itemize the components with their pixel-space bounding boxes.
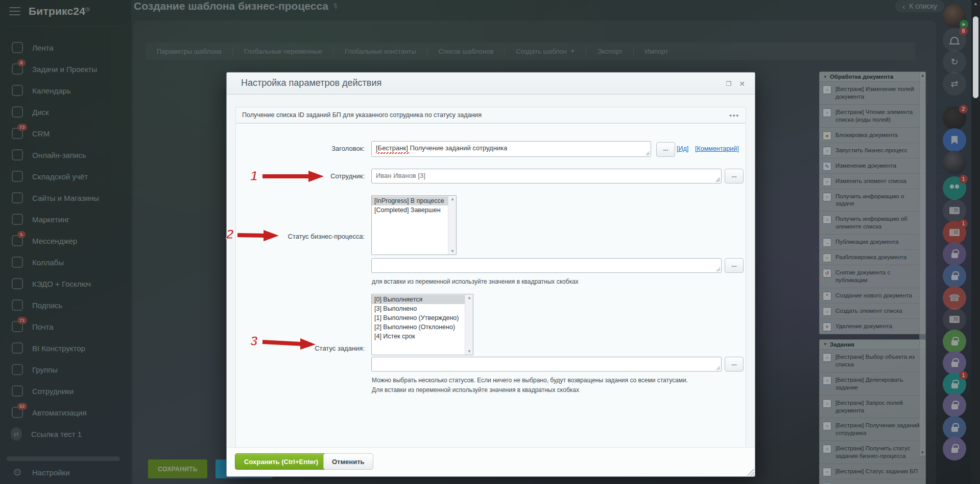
cancel-button[interactable]: Отменить: [323, 453, 373, 470]
task-status-option-4[interactable]: [4] Истек срок: [372, 332, 465, 341]
employee-field-input[interactable]: Иван Иванов [3]: [371, 169, 722, 183]
task-status-hint-2: Для вставки из переменной используйте зн…: [372, 386, 579, 394]
save-button[interactable]: Сохранить (Ctrl+Enter): [235, 453, 327, 470]
close-icon[interactable]: ✕: [737, 79, 747, 88]
page-scrollbar[interactable]: ▲: [971, 0, 980, 484]
bp-status-field-label: Статус бизнес-процесса:: [237, 233, 365, 240]
bp-status-select-scrollbar[interactable]: ▲ ▼: [448, 196, 456, 255]
bp-status-manual-input[interactable]: [371, 258, 722, 273]
task-status-option-3[interactable]: [2] Выполнено (Отклонено): [372, 322, 465, 332]
scrollbar-up-icon[interactable]: ▲: [971, 1, 980, 6]
action-parameters-form: Заголовок: [Бестранк] Получение заданий …: [235, 123, 746, 449]
scrollbar-thumb[interactable]: [973, 16, 978, 98]
bitrix24-workspace: Битрикс24◷ Лента8Задачи и ПроектыКаленда…: [0, 0, 980, 484]
title-field-label: Заголовок:: [237, 145, 365, 152]
task-status-hint-1: Можно выбрать несколько статусов. Если н…: [372, 377, 688, 384]
dialog-resize-grip[interactable]: [748, 469, 754, 476]
action-settings-dialog: Настройка параметров действия ❐ ✕ Получе…: [226, 72, 755, 477]
scroll-up-icon[interactable]: ▲: [448, 197, 457, 201]
bp-status-select[interactable]: [InProgress] В процессе[Completed] Завер…: [371, 195, 457, 255]
title-dots-button[interactable]: ...: [656, 142, 675, 157]
task-status-manual-input[interactable]: [371, 357, 722, 372]
bp-status-option-1[interactable]: [Completed] Завершен: [372, 205, 448, 215]
bp-status-option-0[interactable]: [InProgress] В процессе: [372, 196, 448, 205]
insert-id-link[interactable]: [Ид]: [677, 145, 688, 152]
maximize-icon[interactable]: ❐: [724, 79, 733, 88]
dialog-titlebar[interactable]: Настройка параметров действия ❐ ✕: [227, 73, 755, 95]
dialog-footer: Сохранить (Ctrl+Enter) Отменить: [227, 447, 755, 476]
task-status-dots-button[interactable]: ...: [725, 357, 744, 372]
task-status-select-scrollbar[interactable]: ▲ ▼: [465, 294, 473, 355]
employee-field-label: Сотрудник:: [237, 172, 365, 180]
scroll-down-icon[interactable]: ▼: [465, 349, 473, 354]
task-status-select[interactable]: [0] Выполняется[3] Выполнено[1] Выполнен…: [371, 294, 473, 355]
action-menu-dots-icon[interactable]: •••: [729, 111, 739, 119]
scroll-down-icon[interactable]: ▼: [448, 249, 457, 253]
employee-dots-button[interactable]: ...: [725, 169, 744, 183]
task-status-field-label: Статус задания:: [237, 344, 365, 352]
task-status-option-2[interactable]: [1] Выполнено (Утверждено): [372, 313, 465, 322]
bp-status-dots-button[interactable]: ...: [725, 258, 744, 273]
task-status-option-0[interactable]: [0] Выполняется: [372, 295, 465, 304]
spellcheck-underline: [376, 152, 410, 154]
task-status-option-1[interactable]: [3] Выполнено: [372, 304, 465, 313]
bp-status-hint: для вставки из переменной используйте зн…: [372, 278, 579, 285]
insert-comment-link[interactable]: [Комментарий]: [695, 145, 739, 152]
scroll-up-icon[interactable]: ▲: [465, 295, 473, 300]
dialog-title: Настройка параметров действия: [241, 78, 381, 88]
action-description-bar: Получение списка ID заданий БП для указа…: [235, 107, 746, 123]
title-field-input[interactable]: [Бестранк] Получение заданий сотрудника: [371, 141, 651, 157]
